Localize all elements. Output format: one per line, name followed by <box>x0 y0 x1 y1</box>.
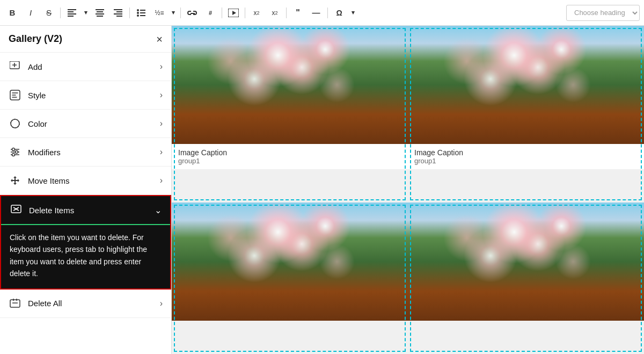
sidebar-item-color[interactable]: Color › <box>0 110 171 138</box>
ordered-list-button[interactable]: ½≡ <box>151 5 167 21</box>
delete-all-icon <box>9 297 21 310</box>
canvas: Image Caption group1 Image Caption group… <box>172 26 644 354</box>
svg-rect-1 <box>68 11 74 12</box>
close-button[interactable]: × <box>156 34 163 45</box>
subscript-button[interactable]: x2 <box>267 5 283 21</box>
id-button[interactable]: # <box>202 5 218 21</box>
svg-rect-4 <box>96 9 104 10</box>
dash-button[interactable]: — <box>308 5 324 21</box>
svg-marker-19 <box>232 11 236 15</box>
media-button[interactable] <box>225 5 241 21</box>
svg-rect-17 <box>140 15 145 16</box>
sidebar-item-delete-all-label: Delete All <box>28 299 160 308</box>
caption-group-1: group1 <box>178 157 401 165</box>
separator-6 <box>286 8 287 18</box>
caption-text-1: Image Caption <box>178 148 401 157</box>
delete-items-description: Click on the item you want to delete. Fo… <box>10 232 162 280</box>
delete-items-section: Delete Items ⌄ Click on the item you wan… <box>0 195 171 290</box>
svg-rect-0 <box>68 9 76 10</box>
color-icon <box>9 117 21 130</box>
svg-rect-10 <box>114 13 122 15</box>
separator-1 <box>60 8 61 18</box>
style-icon <box>9 89 21 102</box>
sidebar-item-modifiers-label: Modifiers <box>28 148 160 157</box>
bold-button[interactable]: B <box>4 5 20 21</box>
move-items-chevron-icon: › <box>160 176 163 185</box>
modifiers-chevron-icon: › <box>160 147 163 157</box>
caption-text-2: Image Caption <box>414 148 638 157</box>
svg-rect-11 <box>116 16 122 17</box>
gallery-image-4 <box>408 203 644 321</box>
sidebar-item-delete-all[interactable]: Delete All › <box>0 290 171 318</box>
special-chars-dropdown[interactable]: ▾ <box>349 5 357 21</box>
add-icon <box>9 60 21 73</box>
delete-all-chevron-icon: › <box>160 299 163 308</box>
color-chevron-icon: › <box>160 119 163 128</box>
separator-3 <box>180 8 181 18</box>
svg-rect-3 <box>68 16 74 17</box>
gallery-cell-3[interactable] <box>172 203 408 354</box>
caption-area-2: Image Caption group1 <box>408 144 644 169</box>
link-button[interactable] <box>184 5 200 21</box>
svg-rect-5 <box>97 11 103 12</box>
align-right-button[interactable] <box>110 5 126 21</box>
gallery-cell-1[interactable]: Image Caption group1 <box>172 26 408 203</box>
gallery-cell-4[interactable] <box>408 203 644 354</box>
svg-rect-2 <box>68 13 76 15</box>
gallery-image-2 <box>408 26 644 144</box>
separator-5 <box>245 8 245 18</box>
svg-rect-8 <box>114 9 122 10</box>
align-center-button[interactable] <box>92 5 108 21</box>
superscript-button[interactable]: x2 <box>248 5 265 21</box>
special-chars-button[interactable]: Ω <box>331 5 347 21</box>
sidebar-title: Gallery (V2) <box>9 33 62 45</box>
sidebar-item-move-items[interactable]: Move Items › <box>0 167 171 195</box>
modifiers-icon <box>9 146 21 158</box>
svg-point-30 <box>16 151 18 154</box>
quote-button[interactable]: " <box>290 5 306 21</box>
align-left-button[interactable] <box>64 5 80 21</box>
sidebar-item-add-label: Add <box>28 62 160 71</box>
unordered-list-button[interactable] <box>133 5 149 21</box>
caption-group-2: group1 <box>414 157 638 165</box>
sidebar-header: Gallery (V2) × <box>0 26 171 53</box>
svg-point-16 <box>137 15 139 17</box>
sidebar-item-style-label: Style <box>28 91 160 100</box>
svg-point-31 <box>12 154 15 156</box>
delete-items-chevron-down-icon: ⌄ <box>155 205 162 215</box>
move-items-icon <box>9 174 21 187</box>
svg-rect-6 <box>96 13 104 15</box>
main-area: Gallery (V2) × Add › Style › Color › <box>0 26 644 354</box>
separator-2 <box>129 8 130 18</box>
delete-items-body: Click on the item you want to delete. Fo… <box>1 224 170 288</box>
delete-items-label: Delete Items <box>29 206 155 215</box>
gallery-image-3 <box>172 203 408 321</box>
svg-point-29 <box>12 148 15 151</box>
delete-items-header[interactable]: Delete Items ⌄ <box>1 196 170 224</box>
separator-4 <box>222 8 222 18</box>
sidebar-item-add[interactable]: Add › <box>0 53 171 81</box>
align-dropdown-button[interactable]: ▾ <box>82 5 90 21</box>
sidebar-item-style[interactable]: Style › <box>0 81 171 110</box>
strikethrough-button[interactable]: S <box>41 5 57 21</box>
style-chevron-icon: › <box>160 90 163 100</box>
gallery-cell-2[interactable]: Image Caption group1 <box>408 26 644 203</box>
delete-items-icon <box>10 204 23 216</box>
sidebar-item-move-items-label: Move Items <box>28 176 160 185</box>
svg-rect-9 <box>116 11 122 12</box>
sidebar-item-color-label: Color <box>28 119 160 128</box>
italic-button[interactable]: I <box>23 5 39 21</box>
svg-rect-7 <box>97 16 103 17</box>
add-chevron-icon: › <box>160 62 163 71</box>
heading-select[interactable]: Choose heading <box>566 5 640 21</box>
gallery-image-1 <box>172 26 408 144</box>
sidebar-item-modifiers[interactable]: Modifiers › <box>0 138 171 167</box>
svg-point-12 <box>137 9 139 11</box>
svg-rect-35 <box>10 300 20 307</box>
svg-rect-15 <box>140 12 145 13</box>
caption-area-1: Image Caption group1 <box>172 144 408 169</box>
svg-rect-13 <box>140 10 145 11</box>
separator-7 <box>327 8 328 18</box>
ordered-list-dropdown[interactable]: ▾ <box>170 5 177 21</box>
svg-point-14 <box>137 12 139 14</box>
